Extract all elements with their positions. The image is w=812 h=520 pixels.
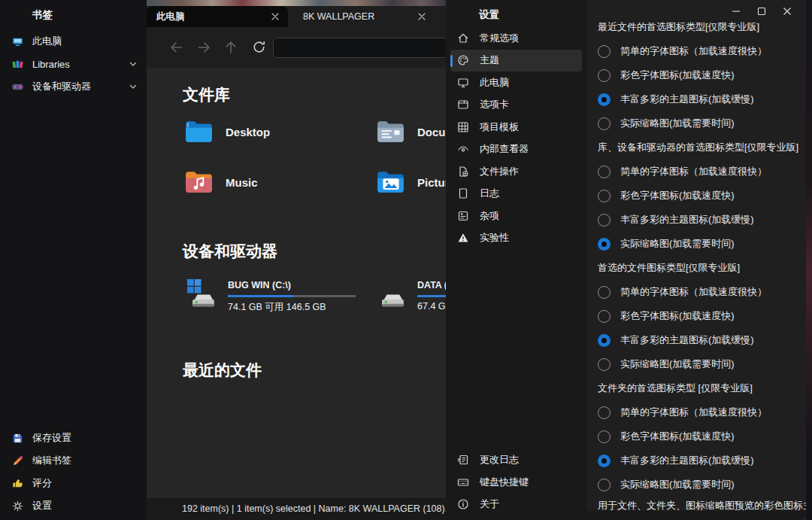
radio-unselected-icon[interactable] — [598, 117, 611, 130]
radio-option-row[interactable]: 实际缩略图(加载需要时间) — [586, 232, 806, 256]
radio-unselected-icon[interactable] — [598, 406, 611, 419]
radio-option-row[interactable]: 彩色字体图标(加载速度快) — [586, 304, 806, 328]
close-icon[interactable] — [271, 13, 279, 20]
maximize-button[interactable] — [749, 2, 774, 21]
documents-folder-icon — [376, 119, 406, 144]
hamburger-icon[interactable] — [457, 9, 469, 21]
close-button[interactable] — [774, 2, 800, 21]
sidebar-footer-item[interactable]: 保存设置 — [0, 427, 147, 449]
radio-option-row[interactable]: 丰富多彩的主题图标(加载缓慢) — [586, 328, 806, 352]
radio-option-row[interactable]: 简单的字体图标（加载速度很快） — [586, 160, 806, 184]
music-folder-icon — [184, 169, 214, 195]
settings-nav-item[interactable]: 此电脑 — [450, 71, 582, 94]
pictures-folder-icon — [376, 169, 406, 195]
library-tile[interactable]: Music — [184, 163, 376, 201]
radio-option-row[interactable]: 实际缩略图(加载需要时间) — [586, 473, 806, 497]
misc-icon — [457, 210, 469, 222]
hamburger-icon[interactable] — [10, 9, 22, 21]
radio-unselected-icon[interactable] — [598, 479, 611, 491]
drive-icon-group — [375, 278, 410, 312]
settings-nav-item[interactable]: 文件操作 — [450, 160, 582, 183]
file-view: 文件库 DesktopDocumentsMusicPictures 设备和驱动器… — [147, 68, 446, 497]
radio-unselected-icon[interactable] — [598, 69, 611, 82]
radio-unselected-icon[interactable] — [598, 358, 611, 371]
library-tile[interactable]: Desktop — [184, 113, 376, 151]
refresh-button[interactable] — [252, 40, 268, 56]
sidebar-item[interactable]: 此电脑 — [0, 30, 147, 53]
minimize-button[interactable] — [723, 2, 749, 21]
sidebar-footer-item[interactable]: 评分 — [0, 472, 147, 494]
radio-unselected-icon[interactable] — [598, 214, 611, 227]
chevron-down-icon[interactable] — [127, 58, 139, 70]
clear-recent-icon[interactable] — [270, 364, 282, 376]
radio-option-row[interactable]: 实际缩略图(加载需要时间) — [586, 352, 806, 376]
status-arrow-icon[interactable] — [160, 503, 172, 515]
settings-nav-item[interactable]: 选项卡 — [450, 94, 582, 117]
radio-option-label: 丰富多彩的主题图标(加载缓慢) — [620, 454, 754, 467]
settings-nav-footer-item[interactable]: 关于 — [450, 494, 582, 516]
sidebar-item-label: 编辑书签 — [32, 454, 139, 467]
library-tile-name: Desktop — [226, 126, 270, 138]
radio-selected-icon[interactable] — [598, 455, 611, 467]
settings-nav-item[interactable]: 杂项 — [450, 205, 582, 227]
radio-unselected-icon[interactable] — [598, 430, 611, 443]
warning-icon — [457, 232, 469, 244]
settings-nav-item[interactable]: 内部查看器 — [450, 138, 582, 161]
close-icon[interactable] — [418, 13, 426, 20]
settings-nav-label: 更改日志 — [480, 453, 519, 467]
radio-selected-icon[interactable] — [598, 334, 611, 347]
radio-option-row[interactable]: 丰富多彩的主题图标(加载缓慢) — [586, 208, 806, 232]
drive-tile[interactable]: BUG WIN (C:\)74.1 GB 可用 146.5 GB — [186, 278, 375, 315]
sidebar-footer-item[interactable]: 编辑书签 — [0, 449, 147, 472]
tab-1[interactable]: 此电脑 — [147, 6, 288, 27]
settings-nav-item[interactable]: 实验性 — [450, 227, 582, 250]
radio-option-row[interactable]: 彩色字体图标(加载速度快) — [586, 184, 806, 208]
sidebar-item[interactable]: Libraries — [0, 53, 147, 75]
sidebar-item[interactable]: 设备和驱动器 — [0, 75, 147, 98]
settings-nav-label: 此电脑 — [480, 76, 509, 90]
radio-option-row[interactable]: 简单的字体图标（加载速度很快） — [586, 400, 806, 424]
settings-nav-label: 关于 — [480, 497, 499, 511]
radio-unselected-icon[interactable] — [598, 190, 611, 202]
app-window: 书签 此电脑Libraries设备和驱动器 保存设置编辑书签评分设置 此电脑8K… — [0, 0, 812, 520]
sidebar-footer-item[interactable]: 设置 — [0, 494, 147, 517]
forward-button[interactable] — [196, 40, 213, 56]
library-tile-name: Music — [226, 176, 258, 189]
radio-selected-icon[interactable] — [598, 238, 611, 251]
settings-nav-item[interactable]: 常规选项 — [450, 27, 582, 50]
log-icon — [457, 187, 469, 199]
info-icon — [457, 498, 469, 510]
settings-nav-item[interactable]: 项目模板 — [450, 116, 582, 138]
hdd-icon — [378, 290, 407, 310]
radio-option-row[interactable]: 实际缩略图(加载需要时间) — [586, 111, 806, 135]
up-button[interactable] — [223, 40, 240, 56]
computer-icon — [11, 35, 23, 47]
address-bar[interactable] — [273, 38, 453, 58]
radio-option-row[interactable]: 丰富多彩的主题图标(加载缓慢) — [586, 449, 806, 473]
radio-selected-icon[interactable] — [598, 93, 611, 106]
back-button[interactable] — [169, 40, 186, 56]
settings-group-header: 首选的文件图标类型[仅限专业版] — [598, 260, 806, 275]
settings-nav-item[interactable]: 主题 — [450, 50, 582, 72]
breadcrumb-chevron-icon — [295, 42, 301, 54]
radio-option-row[interactable]: 彩色字体图标(加载速度快) — [586, 424, 806, 449]
settings-nav-footer-item[interactable]: 键盘快捷键 — [450, 471, 582, 494]
devices-section-title: 设备和驱动器 — [183, 241, 277, 262]
drive-usage-bar — [228, 295, 356, 297]
chevron-down-icon[interactable] — [127, 81, 139, 93]
toolbar — [147, 27, 446, 68]
radio-option-row[interactable]: 丰富多彩的主题图标(加载缓慢) — [586, 87, 806, 111]
radio-unselected-icon[interactable] — [598, 45, 611, 58]
settings-title: 设置 — [479, 8, 499, 22]
radio-option-row[interactable]: 简单的字体图标（加载速度很快） — [586, 280, 806, 304]
wallpaper-strip-right — [806, 0, 812, 520]
tab-2[interactable]: 8K WALLPAGER — [293, 6, 435, 27]
settings-group-header: 库、设备和驱动器的首选图标类型[仅限专业版] — [598, 140, 806, 155]
radio-option-row[interactable]: 彩色字体图标(加载速度快) — [586, 63, 806, 87]
radio-unselected-icon[interactable] — [598, 310, 611, 323]
radio-unselected-icon[interactable] — [598, 166, 611, 178]
radio-option-row[interactable]: 简单的字体图标（加载速度很快） — [586, 39, 806, 63]
settings-nav-item[interactable]: 日志 — [450, 183, 582, 205]
settings-nav-footer-item[interactable]: 更改日志 — [450, 449, 582, 472]
radio-unselected-icon[interactable] — [598, 286, 611, 299]
